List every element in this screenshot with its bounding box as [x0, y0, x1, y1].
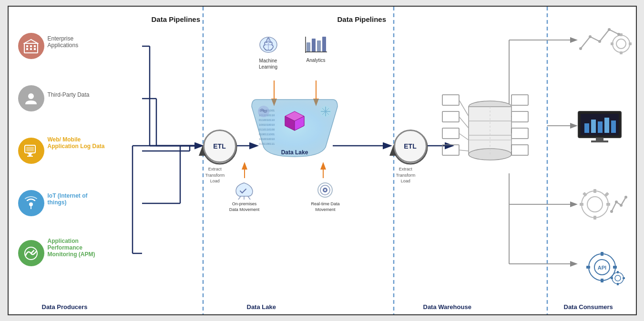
svg-rect-130 — [593, 216, 596, 220]
etl1-circle: ETL — [203, 130, 236, 163]
svg-rect-100 — [511, 111, 528, 122]
svg-rect-120 — [584, 123, 589, 133]
svg-text:0101100111: 0101100111 — [259, 142, 275, 145]
svg-line-98 — [459, 150, 469, 151]
data-lake-visual: 0100101001 1011010110 0110010110 1001010… — [249, 85, 340, 161]
pipelines-label-2: Data Pipelines — [337, 15, 387, 23]
svg-rect-111 — [611, 42, 613, 45]
source-enterprise-label: EnterpriseApplications — [48, 35, 79, 49]
svg-rect-35 — [30, 45, 32, 47]
data-warehouse-visual — [438, 80, 533, 181]
svg-rect-121 — [591, 120, 596, 133]
source-apm-icon — [18, 240, 44, 266]
svg-rect-149 — [617, 283, 619, 285]
svg-rect-43 — [26, 147, 34, 151]
section-consumers: Data Consumers — [564, 303, 613, 311]
pipelines-label-1: Data Pipelines — [152, 15, 201, 23]
svg-point-47 — [29, 202, 33, 206]
svg-rect-36 — [34, 45, 36, 47]
svg-rect-37 — [26, 48, 28, 50]
onpremises-icon: On-premisesData Movement — [225, 181, 264, 212]
svg-point-114 — [589, 35, 592, 38]
svg-line-50 — [31, 251, 34, 253]
source-thirdparty-label: Third-Party Data — [48, 91, 90, 98]
svg-rect-44 — [28, 153, 32, 154]
svg-point-138 — [624, 196, 627, 199]
svg-rect-141 — [601, 252, 603, 256]
svg-rect-74 — [307, 42, 310, 52]
svg-rect-38 — [30, 48, 32, 50]
svg-rect-142 — [601, 279, 603, 282]
svg-point-117 — [617, 33, 620, 36]
svg-point-113 — [579, 47, 582, 50]
svg-line-97 — [459, 133, 469, 140]
svg-rect-112 — [629, 42, 632, 45]
svg-rect-143 — [586, 266, 590, 269]
svg-rect-125 — [596, 138, 603, 140]
svg-rect-75 — [312, 39, 316, 52]
svg-point-128 — [587, 197, 603, 212]
svg-rect-132 — [606, 203, 610, 206]
svg-rect-93 — [442, 128, 459, 139]
svg-rect-99 — [511, 95, 528, 105]
svg-line-96 — [459, 117, 469, 128]
svg-rect-151 — [623, 277, 625, 279]
svg-point-107 — [613, 35, 630, 52]
svg-text:Data Lake: Data Lake — [281, 149, 308, 156]
consumer-analytics — [576, 20, 633, 58]
svg-rect-123 — [604, 118, 609, 133]
svg-rect-131 — [580, 203, 583, 206]
svg-point-115 — [598, 40, 601, 43]
svg-point-137 — [620, 204, 623, 207]
source-iot-label: IoT (Internet ofthings) — [48, 192, 88, 206]
svg-rect-110 — [620, 51, 623, 54]
svg-rect-92 — [442, 111, 459, 122]
svg-point-41 — [28, 93, 34, 99]
svg-rect-91 — [442, 95, 459, 105]
svg-rect-39 — [34, 48, 36, 50]
svg-rect-126 — [591, 140, 608, 142]
consumer-api: API — [576, 247, 628, 285]
svg-rect-148 — [617, 271, 619, 273]
svg-rect-94 — [442, 145, 459, 155]
section-warehouse: Data Warehouse — [423, 303, 471, 311]
svg-rect-122 — [598, 121, 603, 133]
svg-point-108 — [616, 39, 626, 49]
source-iot-icon — [18, 190, 44, 216]
consumer-gear-chart — [576, 185, 628, 223]
source-webmobile-icon — [18, 138, 44, 164]
svg-rect-46 — [27, 156, 33, 157]
realtime-icon: Real-time DataMovement — [307, 181, 345, 212]
section-producers: Data Producers — [42, 303, 88, 311]
svg-rect-150 — [611, 277, 613, 279]
svg-rect-76 — [317, 40, 321, 52]
source-thirdparty-icon — [18, 85, 44, 111]
svg-line-95 — [459, 100, 469, 116]
svg-point-146 — [612, 272, 624, 284]
svg-rect-101 — [511, 128, 528, 139]
svg-rect-77 — [322, 37, 326, 52]
svg-rect-129 — [593, 189, 596, 193]
svg-point-135 — [610, 210, 613, 213]
svg-point-136 — [615, 201, 618, 203]
svg-text:API: API — [597, 265, 606, 271]
etl2-label: ExtractTransformLoad — [396, 166, 416, 184]
svg-text:0110010110: 0110010110 — [259, 119, 275, 121]
svg-text:0110110100: 0110110100 — [259, 128, 275, 131]
svg-rect-34 — [26, 45, 28, 47]
svg-rect-102 — [511, 145, 528, 155]
section-datalake: Data Lake — [247, 303, 276, 311]
source-enterprise-icon — [18, 33, 44, 59]
svg-rect-144 — [613, 266, 617, 269]
svg-text:1001010010: 1001010010 — [259, 123, 275, 126]
svg-rect-45 — [29, 154, 31, 156]
svg-text:1010010010: 1010010010 — [259, 138, 275, 140]
consumer-monitor — [576, 109, 628, 147]
svg-text:0100111001: 0100111001 — [259, 133, 275, 136]
svg-rect-133 — [583, 192, 587, 197]
source-apm-label: ApplicationPerformanceMonitoring (APM) — [48, 238, 95, 258]
analytics-icon: Analytics — [299, 33, 333, 63]
svg-rect-109 — [620, 33, 623, 36]
svg-point-83 — [324, 189, 326, 191]
diagram-container: Data Pipelines Data Pipelines Enterprise… — [8, 6, 637, 315]
